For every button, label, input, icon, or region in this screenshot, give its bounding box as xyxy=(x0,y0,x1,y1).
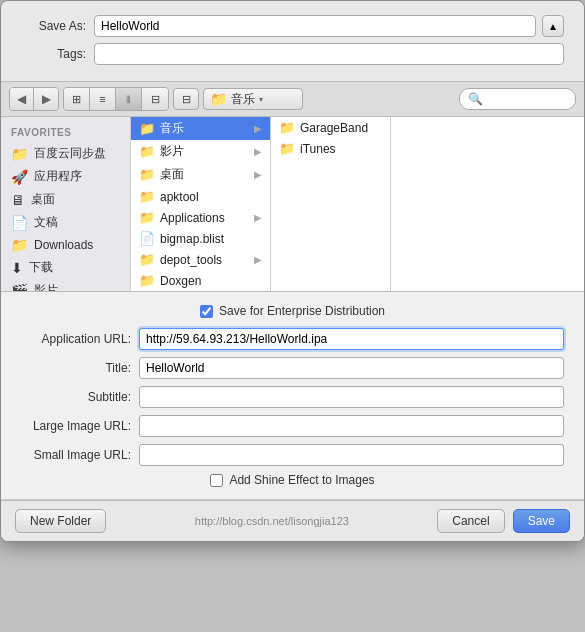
file-item-itunes[interactable]: 📁 iTunes xyxy=(271,138,390,159)
sidebar-item-downloads-cn[interactable]: ⬇ 下载 xyxy=(1,256,130,279)
file-icon-doxgen: 📁 xyxy=(139,273,155,288)
arrow-icon-applications: ▶ xyxy=(254,212,262,223)
view-cover-button[interactable]: ⊟ xyxy=(142,88,168,110)
app-url-row: Application URL: xyxy=(21,328,564,350)
enterprise-checkbox-row: Save for Enterprise Distribution xyxy=(21,304,564,318)
file-item-movies[interactable]: 📁 影片 ▶ xyxy=(131,140,270,163)
file-item-bigmap[interactable]: 📄 bigmap.blist xyxy=(131,228,270,249)
file-icon-garageband: 📁 xyxy=(279,120,295,135)
subtitle-input[interactable] xyxy=(139,386,564,408)
save-dialog: Save As: ▲ Tags: ◀ ▶ ⊞ ≡ ⦀ ⊟ ⊟ 📁 音乐 ▾ xyxy=(0,0,585,542)
file-label-movies: 影片 xyxy=(160,143,184,160)
arrow-icon-music: ▶ xyxy=(254,123,262,134)
bottom-bar: New Folder http://blog.csdn.net/lisongji… xyxy=(1,500,584,541)
cancel-button[interactable]: Cancel xyxy=(437,509,504,533)
enterprise-section: Save for Enterprise Distribution Applica… xyxy=(1,292,584,500)
search-input[interactable] xyxy=(487,93,567,105)
view-options-button[interactable]: ⊟ xyxy=(173,88,199,110)
file-item-desktop[interactable]: 📁 桌面 ▶ xyxy=(131,163,270,186)
sidebar-item-desktop-label: 桌面 xyxy=(31,191,55,208)
subtitle-row: Subtitle: xyxy=(21,386,564,408)
title-input[interactable] xyxy=(139,357,564,379)
location-name: 音乐 xyxy=(231,91,255,108)
large-image-input[interactable] xyxy=(139,415,564,437)
sidebar-item-downloads-en[interactable]: 📁 Downloads xyxy=(1,234,130,256)
save-as-row: Save As: ▲ xyxy=(21,15,564,37)
sidebar-item-docs[interactable]: 📄 文稿 xyxy=(1,211,130,234)
file-item-apktool[interactable]: 📁 apktool xyxy=(131,186,270,207)
small-image-label: Small Image URL: xyxy=(21,448,131,462)
file-label-itunes: iTunes xyxy=(300,142,336,156)
expand-button[interactable]: ▲ xyxy=(542,15,564,37)
desktop-icon: 🖥 xyxy=(11,192,25,208)
sidebar-item-movies-label: 影片 xyxy=(34,282,58,291)
tags-row: Tags: xyxy=(21,43,564,65)
large-image-label: Large Image URL: xyxy=(21,419,131,433)
save-button[interactable]: Save xyxy=(513,509,570,533)
file-item-music[interactable]: 📁 音乐 ▶ xyxy=(131,117,270,140)
file-item-applications[interactable]: 📁 Applications ▶ xyxy=(131,207,270,228)
forward-button[interactable]: ▶ xyxy=(34,88,58,110)
dropdown-arrow-icon: ▾ xyxy=(259,95,263,104)
file-icon-apktool: 📁 xyxy=(139,189,155,204)
file-icon-movies: 📁 xyxy=(139,144,155,159)
apps-icon: 🚀 xyxy=(11,169,28,185)
view-columns-button[interactable]: ⦀ xyxy=(116,88,142,110)
enterprise-checkbox[interactable] xyxy=(200,305,213,318)
save-as-label: Save As: xyxy=(21,19,86,33)
search-icon: 🔍 xyxy=(468,92,483,106)
small-image-input[interactable] xyxy=(139,444,564,466)
file-icon-music: 📁 xyxy=(139,121,155,136)
file-item-doxgen[interactable]: 📁 Doxgen xyxy=(131,270,270,291)
title-form-label: Title: xyxy=(21,361,131,375)
large-image-row: Large Image URL: xyxy=(21,415,564,437)
arrow-icon-depot: ▶ xyxy=(254,254,262,265)
folder-icon: 📁 xyxy=(210,91,227,107)
sidebar-item-docs-label: 文稿 xyxy=(34,214,58,231)
title-row: Title: xyxy=(21,357,564,379)
view-group: ⊞ ≡ ⦀ ⊟ xyxy=(63,87,169,111)
view-icons-button[interactable]: ⊞ xyxy=(64,88,90,110)
view-list-button[interactable]: ≡ xyxy=(90,88,116,110)
sidebar-item-apps-label: 应用程序 xyxy=(34,168,82,185)
shine-checkbox[interactable] xyxy=(210,474,223,487)
watermark: http://blog.csdn.net/lisongjia123 xyxy=(114,515,429,527)
app-url-input[interactable] xyxy=(139,328,564,350)
back-button[interactable]: ◀ xyxy=(10,88,34,110)
small-image-row: Small Image URL: xyxy=(21,444,564,466)
new-folder-button[interactable]: New Folder xyxy=(15,509,106,533)
downloads-en-icon: 📁 xyxy=(11,237,28,253)
file-label-music: 音乐 xyxy=(160,120,184,137)
search-box: 🔍 xyxy=(459,88,576,110)
sidebar-item-apps[interactable]: 🚀 应用程序 xyxy=(1,165,130,188)
enterprise-label: Save for Enterprise Distribution xyxy=(219,304,385,318)
file-icon-depot: 📁 xyxy=(139,252,155,267)
sidebar-item-baidu[interactable]: 📁 百度云同步盘 xyxy=(1,142,130,165)
file-column-1: 📁 音乐 ▶ 📁 影片 ▶ 📁 桌面 ▶ 📁 apktool xyxy=(131,117,271,291)
file-label-depot: depot_tools xyxy=(160,253,222,267)
file-icon-bigmap: 📄 xyxy=(139,231,155,246)
tags-label: Tags: xyxy=(21,47,86,61)
nav-group: ◀ ▶ xyxy=(9,87,59,111)
file-icon-itunes: 📁 xyxy=(279,141,295,156)
file-label-doxgen: Doxgen xyxy=(160,274,201,288)
sidebar-section-label: FAVORITES xyxy=(1,125,130,142)
location-dropdown[interactable]: 📁 音乐 ▾ xyxy=(203,88,303,110)
file-label-desktop: 桌面 xyxy=(160,166,184,183)
file-columns: 📁 音乐 ▶ 📁 影片 ▶ 📁 桌面 ▶ 📁 apktool xyxy=(131,117,584,291)
arrow-icon-movies: ▶ xyxy=(254,146,262,157)
file-label-apktool: apktool xyxy=(160,190,199,204)
tags-input[interactable] xyxy=(94,43,564,65)
file-label-applications: Applications xyxy=(160,211,225,225)
sidebar-item-movies[interactable]: 🎬 影片 xyxy=(1,279,130,291)
app-url-label: Application URL: xyxy=(21,332,131,346)
file-icon-desktop: 📁 xyxy=(139,167,155,182)
baidu-icon: 📁 xyxy=(11,146,28,162)
file-item-depot[interactable]: 📁 depot_tools ▶ xyxy=(131,249,270,270)
sidebar-item-desktop[interactable]: 🖥 桌面 xyxy=(1,188,130,211)
save-as-input[interactable] xyxy=(94,15,536,37)
sidebar-item-downloads-cn-label: 下载 xyxy=(29,259,53,276)
file-column-2: 📁 GarageBand 📁 iTunes xyxy=(271,117,391,291)
file-item-garageband[interactable]: 📁 GarageBand xyxy=(271,117,390,138)
shine-row: Add Shine Effect to Images xyxy=(21,473,564,487)
